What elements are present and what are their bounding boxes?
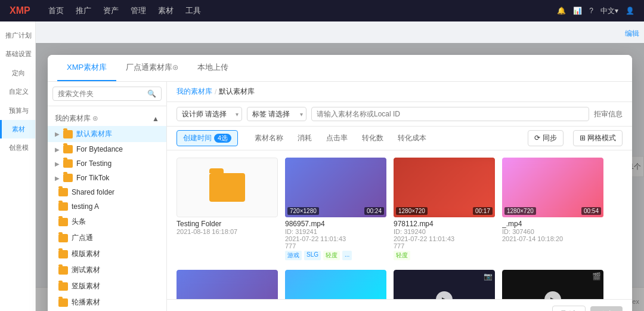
asset-info-1: 986957.mp4 ID: 319241 2021-07-22 11:01:4… (285, 217, 386, 263)
modal-main-content: 我的素材库 / 默认素材库 设计师 请选择 标签 请 (167, 82, 632, 311)
sort-button[interactable]: 创建时间 4选 (177, 130, 238, 146)
chevron-icon: ▶ (55, 131, 60, 137)
nav-home[interactable]: 首页 (48, 5, 64, 16)
breadcrumb-parent[interactable]: 我的素材库 (177, 87, 212, 97)
tag-filter-wrap: 标签 请选择 (247, 107, 306, 121)
nav-promote[interactable]: 推广 (76, 5, 91, 16)
col-name[interactable]: 素材名称 (247, 133, 290, 143)
folder-test-material[interactable]: 测试素材 (48, 262, 166, 278)
tag-filter[interactable]: 标签 请选择 (247, 107, 306, 121)
sidebar-item-custom[interactable]: 自定义 (0, 82, 35, 101)
nav-manage[interactable]: 管理 (131, 5, 146, 16)
analytics-icon[interactable]: 📊 (573, 7, 582, 15)
search-icon: 🔍 (147, 90, 156, 98)
sidebar-item-creative[interactable]: 创意模 (0, 138, 35, 157)
tab-factory-library[interactable]: 厂点通素材库⊙ (116, 55, 188, 81)
asset-card-5[interactable] (285, 270, 386, 299)
nav-assets[interactable]: 资产 (103, 5, 119, 16)
col-cpa[interactable]: 转化成本 (391, 133, 434, 143)
asset-id-3: ID: 307460 (502, 228, 603, 235)
asset-date-1: 2021-07-22 11:01:43 (285, 235, 386, 242)
designer-filter[interactable]: 设计师 请选择 (177, 107, 242, 121)
tree-collapse-icon[interactable]: ▲ (152, 115, 159, 123)
nav-tools[interactable]: 工具 (185, 5, 201, 16)
asset-card-4[interactable] (177, 270, 278, 299)
toolbar: 创建时间 4选 素材名称 消耗 点击率 转化数 转化成本 ⟳ 同步 ⊞ 网格模式 (167, 127, 632, 150)
folder-tree: 我的素材库 ⊙ ▲ ▶ 默认素材库 ▶ For Bytedance (48, 106, 166, 311)
sidebar-item-basic[interactable]: 基础设置 (0, 45, 35, 63)
folder-icon (63, 174, 73, 182)
help-icon[interactable]: ? (589, 7, 593, 15)
modal-footer: 已选: 0/10 找不到素材？ 取消 确定 (167, 299, 632, 311)
play-icon: ▶ (436, 291, 453, 299)
tag-more: ... (342, 251, 352, 260)
notification-icon[interactable]: 🔔 (557, 7, 566, 15)
folder-bytedance[interactable]: ▶ For Bytedance (48, 142, 166, 156)
sort-label: 创建时间 (183, 133, 212, 143)
folder-icon (63, 130, 73, 138)
language-selector[interactable]: 中文▾ (600, 6, 618, 16)
asset-card-7[interactable]: 🎬 ▶ (502, 270, 603, 299)
folder-label: Shared folder (72, 188, 114, 196)
col-conversions[interactable]: 转化数 (355, 133, 391, 143)
folder-toutiao[interactable]: 头条 (48, 214, 166, 230)
folder-shared[interactable]: Shared folder (48, 185, 166, 199)
sync-button[interactable]: ⟳ 同步 (528, 130, 563, 146)
tab-local-upload[interactable]: 本地上传 (188, 55, 238, 81)
folder-testing[interactable]: ▶ For Testing (48, 156, 166, 171)
asset-views-2: 777 (394, 242, 495, 250)
folder-label: 头条 (72, 217, 86, 227)
folder-label: 测试素材 (72, 265, 100, 275)
folder-carousel[interactable]: 轮播素材 (48, 294, 166, 310)
col-cost[interactable]: 消耗 (290, 133, 319, 143)
user-avatar[interactable]: 👤 (626, 7, 634, 15)
chevron-icon: ▶ (55, 161, 60, 167)
top-nav: XMP 首页 推广 资产 管理 素材 工具 🔔 📊 ? 中文▾ 👤 (0, 0, 644, 21)
sidebar-item-targeting[interactable]: 定向 (0, 64, 35, 82)
folder-default[interactable]: ▶ 默认素材库 (48, 126, 166, 142)
modal-overlay: XMP素材库 厂点通素材库⊙ 本地上传 🔍 我的素材 (36, 43, 644, 311)
folder-testing-a[interactable]: testing A (48, 199, 166, 214)
sidebar-item-material[interactable]: 素材 (0, 120, 35, 138)
folder-tiktok[interactable]: ▶ For TikTok (48, 171, 166, 185)
reject-info-button[interactable]: 拒审信息 (594, 109, 623, 119)
asset-card-6[interactable]: 📷 ▶ (394, 270, 495, 299)
confirm-button[interactable]: 确定 (590, 306, 623, 311)
asset-id-1: ID: 319241 (285, 228, 386, 235)
asset-card-2[interactable]: 1280×720 00:17 978112.mp4 ID: 319240 202… (394, 158, 495, 263)
asset-card-3[interactable]: 1280×720 00:54 _.mp4 ID: 307460 2021-07-… (502, 158, 603, 263)
folder-icon (58, 266, 68, 275)
sidebar-item-budget[interactable]: 预算与 (0, 101, 35, 120)
sidebar-item-promote[interactable]: 推广计划 (0, 26, 35, 45)
asset-thumbnail-5 (285, 270, 386, 299)
folder-template[interactable]: 模版素材 (48, 246, 166, 262)
search-filter-input[interactable] (311, 107, 589, 121)
folder-search-input[interactable] (58, 90, 147, 98)
folder-vertical[interactable]: 竖版素材 (48, 278, 166, 294)
modal-tabs: XMP素材库 厂点通素材库⊙ 本地上传 (48, 55, 632, 82)
edit-label[interactable]: 编辑 (620, 26, 644, 41)
asset-name-1: 986957.mp4 (285, 220, 386, 228)
video-camera-icon: 📷 (484, 272, 493, 281)
asset-id-2: ID: 319240 (394, 228, 495, 235)
folder-card-testing[interactable]: Testing Folder 2021-08-18 16:18:07 (177, 158, 278, 263)
view-mode-button[interactable]: ⊞ 网格模式 (573, 130, 623, 146)
asset-name-2: 978112.mp4 (394, 220, 495, 228)
tab-xmp-library[interactable]: XMP素材库 (57, 55, 116, 81)
cancel-button[interactable]: 取消 (552, 306, 586, 311)
folder-label: 模版素材 (72, 249, 100, 259)
asset-date-2: 2021-07-22 11:01:43 (394, 235, 495, 242)
asset-card-1[interactable]: 720×1280 00:24 986957.mp4 ID: 319241 202… (285, 158, 386, 263)
folder-search-wrap: 🔍 (52, 87, 162, 101)
folder-label: For TikTok (76, 174, 109, 182)
nav-materials[interactable]: 素材 (158, 5, 174, 16)
asset-name-3: _.mp4 (502, 220, 603, 228)
asset-thumbnail-7: 🎬 ▶ (502, 270, 603, 299)
tag-light-2: 轻度 (394, 251, 410, 260)
folder-info: Testing Folder 2021-08-18 16:18:07 (177, 217, 278, 238)
col-ctr[interactable]: 点击率 (319, 133, 355, 143)
modal-body: 🔍 我的素材库 ⊙ ▲ ▶ 默认素材库 (48, 82, 632, 311)
designer-filter-wrap: 设计师 请选择 (177, 107, 242, 121)
folder-guangdiantong[interactable]: 广点通 (48, 230, 166, 246)
duration-tag-3: 00:54 (581, 207, 601, 215)
